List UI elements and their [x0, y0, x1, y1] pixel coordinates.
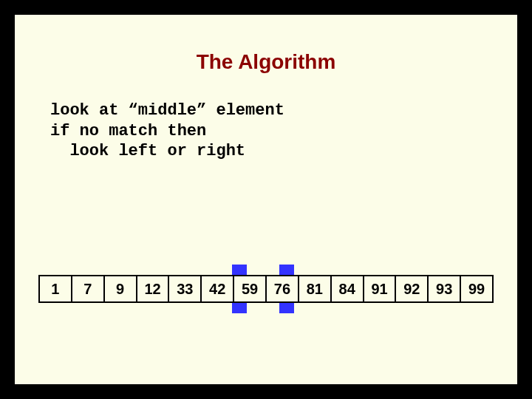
array-cell: 84 [330, 275, 363, 303]
array-cell: 93 [427, 275, 460, 303]
array-visualization: 1 7 9 12 33 42 59 76 81 84 91 92 93 99 [38, 265, 494, 313]
array-cell: 7 [71, 275, 103, 303]
array-cell: 81 [298, 275, 330, 303]
array-cell: 91 [363, 275, 395, 303]
array-cell: 33 [168, 275, 200, 303]
pseudocode-block: look at “middle” element if no match the… [50, 100, 517, 162]
array-cell: 9 [103, 275, 136, 303]
array-cell: 42 [200, 275, 233, 303]
slide: The Algorithm look at “middle” element i… [13, 13, 519, 386]
slide-title: The Algorithm [15, 50, 517, 74]
array-cell: 59 [233, 275, 265, 303]
array-cell: 76 [265, 275, 298, 303]
array-cells: 1 7 9 12 33 42 59 76 81 84 91 92 93 99 [38, 275, 494, 303]
array-cell: 99 [460, 275, 494, 303]
array-cell: 1 [38, 275, 71, 303]
array-cell: 92 [395, 275, 427, 303]
array-cell: 12 [136, 275, 168, 303]
